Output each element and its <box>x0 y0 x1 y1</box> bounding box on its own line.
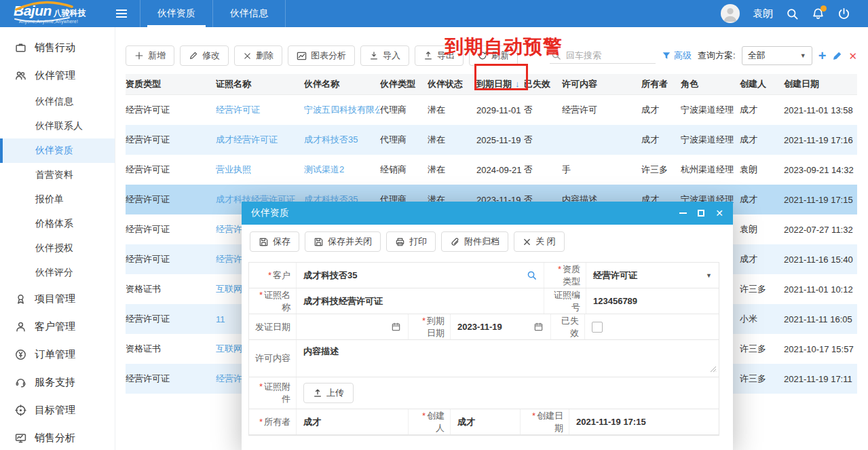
chevron-down-icon: ▼ <box>800 52 806 59</box>
power-icon[interactable] <box>837 7 850 20</box>
cell-link[interactable]: 成才科技否35 <box>304 134 380 146</box>
calendar-icon[interactable] <box>533 322 544 332</box>
cell-link[interactable]: 测试渠道2 <box>304 164 380 176</box>
x-icon <box>243 52 252 60</box>
sidebar-item[interactable]: 报价单 <box>0 187 115 212</box>
sidebar-item[interactable]: 伙伴联系人 <box>0 114 115 138</box>
cell-link[interactable]: 宁波五四科技有限公司 <box>304 104 380 116</box>
cell-link[interactable]: 营业执照 <box>216 164 304 176</box>
advanced-label: 高级 <box>674 50 692 62</box>
calendar-icon[interactable] <box>391 322 401 332</box>
column-header[interactable]: 伙伴状态 <box>428 78 476 90</box>
bell-icon[interactable] <box>812 7 825 20</box>
save-button[interactable]: 保存 <box>250 231 299 252</box>
column-header[interactable]: 角色 <box>681 78 740 90</box>
service-support-icon <box>15 377 26 388</box>
add-button[interactable]: 新增 <box>126 45 174 66</box>
minimize-button[interactable] <box>679 212 687 214</box>
invalid-label: 已失效 <box>551 314 585 339</box>
nav-tab[interactable]: 伙伴资质 <box>140 0 213 27</box>
upload-button[interactable]: 上传 <box>303 383 354 403</box>
sidebar-item-label: 订单管理 <box>35 348 75 361</box>
sidebar-item[interactable]: 目标管理 <box>0 396 115 424</box>
close-icon[interactable]: ✕ <box>715 208 723 218</box>
column-header[interactable]: 许可内容 <box>562 78 641 90</box>
scheme-select[interactable]: 全部 ▼ <box>742 46 812 65</box>
sidebar-item[interactable]: 伙伴信息 <box>0 90 115 114</box>
print-button[interactable]: 打印 <box>386 231 436 252</box>
order-mgmt-icon <box>15 349 26 360</box>
table-cell: 袁朗 <box>740 223 784 236</box>
column-header[interactable]: 已失效 <box>524 78 562 90</box>
sidebar-item[interactable]: 伙伴资质 <box>0 138 115 163</box>
column-header[interactable]: 创建人 <box>740 78 784 90</box>
toolbar-button[interactable]: 图表分析 <box>288 45 355 66</box>
expire-date-field[interactable]: 2023-11-19 <box>451 314 551 339</box>
resize-handle[interactable] <box>710 364 717 375</box>
table-cell: 杭州渠道经理 <box>681 164 740 176</box>
cell-link[interactable]: 成才经营许可证 <box>216 134 304 146</box>
plus-icon <box>134 51 144 60</box>
column-header[interactable]: 资质类型 <box>126 78 216 90</box>
column-header[interactable]: 伙伴类型 <box>380 78 428 90</box>
table-cell: 经营许可证 <box>126 193 216 206</box>
customer-field[interactable]: 成才科技否35 <box>297 263 544 288</box>
table-cell: 宁波渠道经理 <box>681 104 740 116</box>
search-box <box>550 48 656 64</box>
nav-tab[interactable]: 伙伴信息 <box>213 0 286 27</box>
table-row[interactable]: 经营许可证经营许可证宁波五四科技有限公司代理商潜在2029-11-01否经营许可… <box>126 95 857 125</box>
column-header[interactable]: 所有者 <box>641 78 681 90</box>
license-content-textarea[interactable]: 内容描述 <box>297 340 719 377</box>
sidebar-item[interactable]: 客户管理 <box>0 313 115 341</box>
sidebar-item[interactable]: 伙伴评分 <box>0 261 115 285</box>
sidebar-item[interactable]: 服务支持 <box>0 369 115 396</box>
sidebar-item[interactable]: 销售行动 <box>0 34 115 62</box>
invalid-checkbox[interactable] <box>592 322 603 333</box>
column-header[interactable]: 证照名称 <box>216 78 304 90</box>
printer-icon <box>395 237 405 247</box>
dialog-title: 伙伴资质 <box>251 207 289 219</box>
table-cell: 潜在 <box>428 104 476 116</box>
license-content-label: 许可内容 <box>249 340 297 377</box>
qual-type-select[interactable]: 经营许可证▼ <box>586 263 719 288</box>
sidebar-item[interactable]: 订单管理 <box>0 341 115 369</box>
search-icon[interactable] <box>786 7 799 20</box>
sidebar-item[interactable]: 伙伴管理 <box>0 62 115 90</box>
toolbar-button[interactable]: 修改 <box>180 45 229 66</box>
cert-name-field[interactable]: 成才科技经营许可证 <box>297 288 544 314</box>
qual-type-label: *资质类型 <box>544 263 586 288</box>
add-scheme-button[interactable]: + <box>818 49 827 62</box>
sidebar-item[interactable]: 伙伴授权 <box>0 236 115 261</box>
delete-scheme-button[interactable]: ✕ <box>848 51 857 61</box>
archive-attachment-button[interactable]: 附件归档 <box>441 231 508 252</box>
sidebar-item[interactable]: 首营资料 <box>0 163 115 187</box>
close-button[interactable]: 关 闭 <box>514 231 565 252</box>
export-icon <box>423 51 433 60</box>
toolbar-button[interactable]: 删除 <box>234 45 282 66</box>
owner-label: *所有者 <box>249 409 297 434</box>
avatar[interactable] <box>721 4 740 23</box>
table-cell: 代理商 <box>380 134 428 146</box>
sidebar-item[interactable]: 价格体系 <box>0 212 115 236</box>
advanced-filter-button[interactable]: 高级 <box>662 50 692 62</box>
table-row[interactable]: 经营许可证营业执照测试渠道2经销商潜在2024-09-21否手许三多杭州渠道经理… <box>126 155 857 185</box>
cert-no-field[interactable]: 123456789 <box>586 288 719 314</box>
sidebar-item[interactable]: 项目管理 <box>0 285 115 313</box>
toolbar-button[interactable]: 导入 <box>360 45 409 66</box>
sidebar-item-label: 伙伴授权 <box>35 242 73 255</box>
save-and-close-button[interactable]: 保存并关闭 <box>305 231 381 252</box>
table-row[interactable]: 经营许可证成才经营许可证成才科技否35代理商潜在2025-11-19否成才宁波渠… <box>126 125 857 155</box>
search-input[interactable] <box>565 50 647 61</box>
column-header[interactable]: 创建日期 <box>784 78 857 90</box>
cell-link[interactable]: 经营许可证 <box>216 104 304 116</box>
edit-scheme-button[interactable] <box>832 51 842 61</box>
menu-toggle[interactable] <box>107 0 136 27</box>
person-icon <box>721 4 740 23</box>
issue-date-field[interactable] <box>297 314 409 339</box>
column-header[interactable]: 伙伴名称 <box>304 78 380 90</box>
sidebar-item[interactable]: 销售分析 <box>0 424 115 450</box>
search-icon[interactable] <box>527 270 537 280</box>
open-tabs: 伙伴资质伙伴信息 <box>140 0 286 27</box>
user-name[interactable]: 袁朗 <box>753 7 773 20</box>
maximize-button[interactable] <box>698 210 704 217</box>
